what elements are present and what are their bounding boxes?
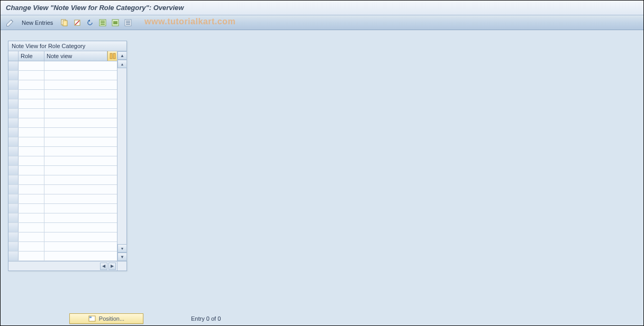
horizontal-scrollbar[interactable]: ◀ ▶ xyxy=(8,261,126,271)
row-selector[interactable] xyxy=(8,204,19,213)
scroll-down-icon[interactable]: ▼ xyxy=(117,253,127,261)
cell-note[interactable] xyxy=(44,128,117,137)
table-row xyxy=(8,252,117,261)
cell-note[interactable] xyxy=(44,223,117,232)
toolbar: New Entries www.tutorialkart.com xyxy=(1,15,643,30)
cell-note[interactable] xyxy=(44,156,117,165)
cell-role[interactable] xyxy=(19,118,44,127)
table-row xyxy=(8,80,117,90)
cell-note[interactable] xyxy=(44,90,117,99)
row-selector[interactable] xyxy=(8,194,19,203)
table-row xyxy=(8,99,117,109)
select-block-icon[interactable] xyxy=(110,17,121,28)
cell-role[interactable] xyxy=(19,80,44,89)
row-selector[interactable] xyxy=(8,147,19,156)
cell-role[interactable] xyxy=(19,166,44,175)
cell-role[interactable] xyxy=(19,194,44,203)
row-selector[interactable] xyxy=(8,128,19,137)
cell-role[interactable] xyxy=(19,232,44,241)
configure-columns-icon[interactable] xyxy=(107,51,117,61)
cell-note[interactable] xyxy=(44,185,117,194)
table-row xyxy=(8,223,117,232)
cell-role[interactable] xyxy=(19,204,44,213)
cell-note[interactable] xyxy=(44,71,117,80)
cell-note[interactable] xyxy=(44,61,117,70)
cell-note[interactable] xyxy=(44,147,117,156)
cell-role[interactable] xyxy=(19,71,44,80)
cell-role[interactable] xyxy=(19,252,44,260)
svg-rect-2 xyxy=(63,21,67,26)
cell-note[interactable] xyxy=(44,194,117,203)
status-bar: Position... Entry 0 of 0 xyxy=(1,312,643,325)
scroll-track[interactable] xyxy=(117,68,126,244)
cell-role[interactable] xyxy=(19,61,44,70)
scroll-up-half-icon[interactable]: ▲ xyxy=(117,60,127,68)
row-selector[interactable] xyxy=(8,175,19,184)
cell-note[interactable] xyxy=(44,166,117,175)
new-entries-button[interactable]: New Entries xyxy=(17,17,57,28)
cell-role[interactable] xyxy=(19,213,44,222)
cell-role[interactable] xyxy=(19,147,44,156)
position-button[interactable]: Position... xyxy=(69,313,143,324)
cell-role[interactable] xyxy=(19,185,44,194)
row-selector[interactable] xyxy=(8,71,19,80)
row-selector[interactable] xyxy=(8,99,19,108)
toggle-display-change-icon[interactable] xyxy=(5,17,15,28)
row-selector[interactable] xyxy=(8,213,19,222)
row-selector[interactable] xyxy=(8,156,19,165)
cell-note[interactable] xyxy=(44,80,117,89)
copy-as-icon[interactable] xyxy=(59,17,70,28)
cell-note[interactable] xyxy=(44,232,117,241)
select-all-icon[interactable] xyxy=(97,17,108,28)
row-selector[interactable] xyxy=(8,80,19,89)
cell-note[interactable] xyxy=(44,252,117,260)
row-selector[interactable] xyxy=(8,118,19,127)
row-selector[interactable] xyxy=(8,90,19,99)
row-selector[interactable] xyxy=(8,223,19,232)
row-selector[interactable] xyxy=(8,185,19,194)
row-selector[interactable] xyxy=(8,242,19,251)
select-all-column[interactable] xyxy=(8,51,19,61)
cell-role[interactable] xyxy=(19,156,44,165)
cell-role[interactable] xyxy=(19,175,44,184)
cell-role[interactable] xyxy=(19,90,44,99)
deselect-all-icon[interactable] xyxy=(123,17,133,28)
row-selector[interactable] xyxy=(8,61,19,70)
cell-role[interactable] xyxy=(19,128,44,137)
page-title: Change View "Note View for Role Category… xyxy=(6,4,184,12)
cell-note[interactable] xyxy=(44,213,117,222)
table-row xyxy=(8,147,117,156)
cell-note[interactable] xyxy=(44,137,117,146)
cell-note[interactable] xyxy=(44,118,117,127)
table-row xyxy=(8,204,117,213)
table-body xyxy=(8,61,117,261)
row-selector[interactable] xyxy=(8,137,19,146)
cell-role[interactable] xyxy=(19,223,44,232)
row-selector[interactable] xyxy=(8,166,19,175)
svg-rect-10 xyxy=(113,21,117,24)
row-selector[interactable] xyxy=(8,109,19,118)
vertical-scrollbar[interactable]: ▲ ▲ ▼ ▼ xyxy=(117,51,126,261)
row-selector[interactable] xyxy=(8,232,19,241)
cell-role[interactable] xyxy=(19,137,44,146)
delete-icon[interactable] xyxy=(72,17,83,28)
cell-role[interactable] xyxy=(19,109,44,118)
scroll-down-half-icon[interactable]: ▼ xyxy=(117,244,127,253)
row-selector[interactable] xyxy=(8,252,19,260)
position-icon xyxy=(88,315,96,322)
column-header-role[interactable]: Role xyxy=(19,51,44,61)
scroll-up-icon[interactable]: ▲ xyxy=(117,51,127,60)
cell-note[interactable] xyxy=(44,242,117,251)
undo-icon[interactable] xyxy=(85,17,95,28)
cell-role[interactable] xyxy=(19,99,44,108)
table-panel: Note View for Role Category Role Note vi… xyxy=(8,41,127,271)
cell-note[interactable] xyxy=(44,109,117,118)
table-row xyxy=(8,118,117,128)
column-header-note[interactable]: Note view xyxy=(44,51,107,61)
cell-note[interactable] xyxy=(44,204,117,213)
scroll-right-icon[interactable]: ▶ xyxy=(108,263,116,270)
cell-role[interactable] xyxy=(19,242,44,251)
cell-note[interactable] xyxy=(44,99,117,108)
scroll-left-icon[interactable]: ◀ xyxy=(100,263,107,270)
cell-note[interactable] xyxy=(44,175,117,184)
